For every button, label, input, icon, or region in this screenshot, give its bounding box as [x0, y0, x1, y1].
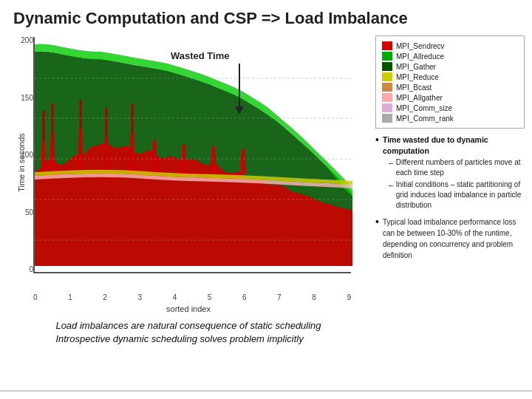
bullet-title-1: Time wasted due to dynamic computation	[383, 134, 525, 156]
y-tick-200: 200	[21, 37, 33, 44]
y-tick-50: 50	[25, 209, 33, 216]
legend-label-comm-size: MPI_Comm_size	[396, 104, 452, 112]
wasted-time-arrow	[239, 64, 240, 108]
legend-color-bcast	[382, 83, 392, 92]
legend-item-gather: MPI_Gather	[382, 62, 518, 71]
sub-text-1-1: Different numbers of particles move at e…	[396, 157, 525, 178]
chart-svg	[35, 37, 352, 273]
legend-color-allgather	[382, 93, 392, 102]
chart-wrapper: Time in seconds 200 150 100 50 0 Wasted …	[18, 37, 358, 288]
bullet-text-2: Typical load imbalance performance loss …	[383, 218, 516, 259]
x-ticks: 0 1 2 3 4 5 6 7 8 9	[33, 293, 351, 301]
bullet-content-1: Time wasted due to dynamic computation –…	[383, 134, 525, 212]
legend-box: MPI_Sendrecv MPI_Allreduce MPI_Gather MP…	[375, 35, 525, 129]
legend-color-reduce	[382, 72, 392, 81]
legend-label-gather: MPI_Gather	[396, 63, 436, 71]
x-axis-label: sorted index	[166, 304, 211, 313]
bullet-main-2: • Typical load imbalance performance los…	[375, 216, 525, 261]
sub-bullet-1-2: – Initial conditions – static partitioni…	[389, 180, 525, 211]
bullet-section: • Time wasted due to dynamic computation…	[375, 134, 525, 265]
legend-label-allgather: MPI_Allgather	[396, 94, 443, 102]
legend-color-gather	[382, 62, 392, 71]
sub-text-1-2: Initial conditions – static partitioning…	[396, 180, 525, 211]
bottom-text-line2: Introspective dynamic scheduling solves …	[55, 332, 321, 346]
bottom-text-line1: Load imbalances are natural consequence …	[55, 319, 321, 332]
right-panel: MPI_Sendrecv MPI_Allreduce MPI_Gather MP…	[369, 33, 525, 372]
chart-canvas	[33, 37, 351, 273]
legend-label-allreduce: MPI_Allreduce	[396, 52, 444, 61]
sub-dash-1-1: –	[389, 157, 393, 178]
legend-color-comm-size	[382, 103, 392, 112]
legend-item-allreduce: MPI_Allreduce	[382, 52, 518, 61]
chart-section: Time in seconds 200 150 100 50 0 Wasted …	[7, 33, 369, 372]
y-ticks: 200 150 100 50 0	[18, 37, 33, 273]
legend-item-allgather: MPI_Allgather	[382, 93, 518, 102]
legend-label-reduce: MPI_Reduce	[396, 73, 439, 81]
bullet-dot-2: •	[375, 216, 379, 261]
page-title: Dynamic Computation and CSP => Load Imba…	[0, 0, 532, 33]
legend-label-comm-rank: MPI_Comm_rank	[396, 115, 454, 123]
legend-item-comm-rank: MPI_Comm_rank	[382, 114, 518, 123]
y-tick-150: 150	[21, 95, 33, 102]
wasted-time-label: Wasted Time	[166, 49, 233, 63]
legend-item-sendrecv: MPI_Sendrecv	[382, 41, 518, 50]
bullet-dot-1: •	[375, 134, 379, 212]
y-tick-100: 100	[21, 151, 33, 159]
legend-color-sendrecv	[382, 41, 392, 50]
legend-color-allreduce	[382, 52, 392, 61]
bottom-divider	[0, 390, 532, 392]
sub-bullet-1-1: – Different numbers of particles move at…	[389, 157, 525, 178]
legend-color-comm-rank	[382, 114, 392, 123]
legend-item-comm-size: MPI_Comm_size	[382, 103, 518, 112]
legend-item-bcast: MPI_Bcast	[382, 83, 518, 92]
legend-label-sendrecv: MPI_Sendrecv	[396, 42, 445, 50]
bullet-main-1: • Time wasted due to dynamic computation…	[375, 134, 525, 212]
sub-dash-1-2: –	[389, 180, 393, 211]
bullet-content-2: Typical load imbalance performance loss …	[383, 216, 525, 261]
bottom-text: Load imbalances are natural consequence …	[48, 319, 328, 346]
legend-label-bcast: MPI_Bcast	[396, 83, 432, 92]
legend-item-reduce: MPI_Reduce	[382, 72, 518, 81]
